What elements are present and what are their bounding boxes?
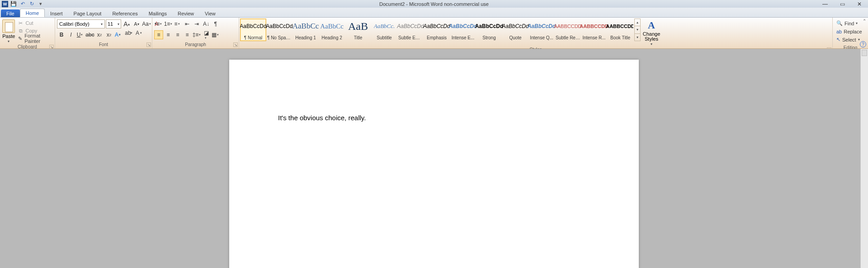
tab-home[interactable]: Home: [20, 9, 45, 17]
style-item-14[interactable]: AABBCCDDBook Title: [607, 19, 633, 41]
align-right-button[interactable]: ≡: [173, 30, 182, 39]
window-controls: — ▭ ✕: [816, 0, 868, 8]
tab-references[interactable]: References: [107, 9, 143, 17]
strike-button[interactable]: abc: [85, 30, 94, 39]
change-styles-icon: A: [648, 19, 655, 31]
highlight-button[interactable]: ab▾: [123, 30, 132, 39]
tab-page-layout[interactable]: Page Layout: [68, 9, 107, 17]
style-item-11[interactable]: AaBbCcDdIntense Q...: [528, 19, 555, 41]
style-item-1[interactable]: AaBbCcDd¶ No Spaci...: [266, 19, 292, 41]
align-left-button[interactable]: ≡: [154, 30, 163, 39]
style-preview: AaBbCcDd: [449, 20, 477, 33]
ruler-toggle-icon[interactable]: [862, 50, 867, 56]
vertical-scrollbar[interactable]: [860, 49, 868, 268]
minimize-button[interactable]: —: [816, 0, 834, 8]
text-effects-button[interactable]: A▾: [114, 30, 123, 39]
style-item-3[interactable]: AaBbCcHeading 2: [319, 19, 345, 41]
subscript-button[interactable]: x2: [95, 30, 104, 39]
style-item-4[interactable]: AaBTitle: [345, 19, 371, 41]
gallery-down-button[interactable]: ▾: [635, 26, 640, 33]
select-button[interactable]: ↖Select▾: [836, 36, 862, 43]
sort-button[interactable]: A↓: [202, 19, 211, 28]
group-label-font: Font: [99, 42, 108, 47]
cut-button[interactable]: ✂Cut: [17, 19, 53, 27]
shading-button[interactable]: ◪▾: [202, 30, 211, 39]
multilevel-button[interactable]: ≡▾: [173, 19, 182, 28]
tab-review[interactable]: Review: [172, 9, 199, 17]
find-button[interactable]: 🔍Find▾: [836, 19, 862, 27]
ribbon-tabs: File Home Insert Page Layout References …: [0, 8, 868, 18]
gallery-more-button[interactable]: ▾: [635, 34, 640, 41]
show-marks-button[interactable]: ¶: [211, 19, 220, 28]
paragraph-launcher-icon[interactable]: ↘: [233, 42, 238, 47]
maximize-button[interactable]: ▭: [834, 0, 851, 8]
ribbon-min-toggle[interactable]: ⌃: [863, 19, 866, 24]
grow-font-button[interactable]: A▴: [122, 19, 131, 28]
style-item-5[interactable]: AaBbCc.Subtitle: [371, 19, 397, 41]
body-text[interactable]: It's the obvious choice, really.: [278, 114, 590, 122]
style-item-12[interactable]: AABBCCDDSubtle Ref...: [555, 19, 581, 41]
style-item-13[interactable]: AABBCCDDIntense R...: [581, 19, 607, 41]
group-paragraph: •≡▾ 1≡▾ ≡▾ ⇤ ⇥ A↓ ¶ ≡ ≡ ≡ ≡ ‡≡▾ ◪▾ ▦▾: [152, 18, 239, 48]
page[interactable]: It's the obvious choice, really.: [229, 60, 639, 268]
select-icon: ↖: [836, 37, 840, 42]
style-name-label: Heading 1: [293, 35, 318, 40]
style-name-label: Quote: [503, 35, 528, 40]
style-item-6[interactable]: AaBbCcDdSubtle Em...: [397, 19, 424, 41]
find-icon: 🔍: [836, 20, 843, 26]
justify-button[interactable]: ≡: [183, 30, 192, 39]
style-preview: AaBbCcDd: [502, 20, 528, 33]
bold-button[interactable]: B: [57, 30, 66, 39]
line-spacing-button[interactable]: ‡≡▾: [192, 30, 201, 39]
style-item-9[interactable]: AaBbCcDdStrong: [476, 19, 502, 41]
font-launcher-icon[interactable]: ↘: [146, 42, 151, 47]
paste-button[interactable]: Paste ▾: [2, 19, 16, 43]
indent-button[interactable]: ⇥: [192, 19, 201, 28]
style-name-label: Intense R...: [582, 35, 606, 40]
ribbon: Paste ▾ ✂Cut ⧉Copy ✎Format Painter Clipb…: [0, 18, 868, 49]
shrink-font-button[interactable]: A▾: [132, 19, 141, 28]
undo-icon[interactable]: ↶: [19, 0, 26, 8]
style-item-7[interactable]: AaBbCcDdEmphasis: [424, 19, 450, 41]
style-name-label: Book Title: [608, 35, 632, 40]
font-color-button[interactable]: A▾: [133, 30, 142, 39]
close-button[interactable]: ✕: [851, 0, 868, 8]
replace-button[interactable]: abReplace: [836, 28, 862, 35]
change-styles-button[interactable]: A Change Styles ▾: [642, 19, 661, 47]
redo-icon[interactable]: ↻: [28, 0, 35, 8]
style-preview: AaBbCc: [292, 20, 319, 33]
superscript-button[interactable]: x2: [104, 30, 113, 39]
style-name-label: Subtle Ref...: [556, 35, 580, 40]
save-icon[interactable]: 💾: [10, 0, 17, 8]
quick-access-toolbar: W 💾 ↶ ↻ ▾: [0, 0, 44, 8]
style-preview: AaBbCc.: [374, 20, 395, 33]
tab-mailings[interactable]: Mailings: [143, 9, 172, 17]
font-size-combo[interactable]: 11▾: [106, 19, 121, 28]
tab-file[interactable]: File: [1, 9, 20, 17]
style-item-8[interactable]: AaBbCcDdIntense E...: [450, 19, 476, 41]
style-item-10[interactable]: AaBbCcDdQuote: [502, 19, 528, 41]
tab-view[interactable]: View: [199, 9, 221, 17]
gallery-up-button[interactable]: ▴: [635, 19, 640, 26]
font-name-combo[interactable]: Calibri (Body)▾: [57, 19, 105, 28]
group-styles: AaBbCcDd¶ NormalAaBbCcDd¶ No Spaci...AaB…: [239, 18, 833, 48]
replace-icon: ab: [836, 29, 842, 34]
style-preview: AABBCCDD: [580, 20, 609, 33]
paste-label: Paste: [2, 33, 15, 39]
tab-insert[interactable]: Insert: [45, 9, 68, 17]
italic-button[interactable]: I: [66, 30, 75, 39]
qat-customize-icon[interactable]: ▾: [37, 0, 44, 8]
underline-button[interactable]: U▾: [76, 30, 85, 39]
borders-button[interactable]: ▦▾: [211, 30, 220, 39]
bullets-button[interactable]: •≡▾: [154, 19, 163, 28]
align-center-button[interactable]: ≡: [164, 30, 173, 39]
numbering-button[interactable]: 1≡▾: [164, 19, 173, 28]
style-item-2[interactable]: AaBbCcHeading 1: [292, 19, 319, 41]
outdent-button[interactable]: ⇤: [183, 19, 192, 28]
style-item-0[interactable]: AaBbCcDd¶ Normal: [240, 19, 266, 41]
change-case-button[interactable]: Aa▾: [142, 19, 151, 28]
help-icon[interactable]: ?: [860, 41, 866, 47]
style-name-label: Strong: [477, 35, 501, 40]
style-name-label: Subtitle: [372, 35, 396, 40]
format-painter-button[interactable]: ✎Format Painter: [17, 35, 53, 42]
